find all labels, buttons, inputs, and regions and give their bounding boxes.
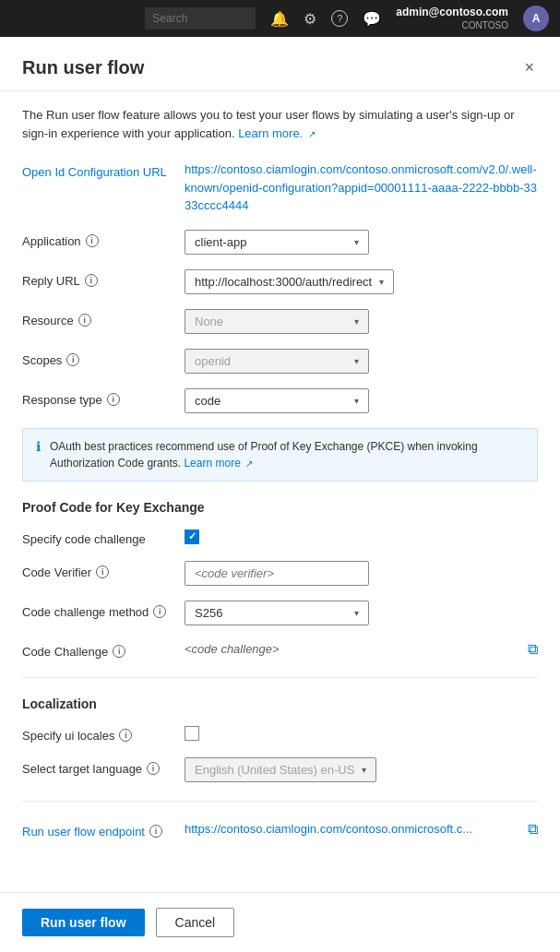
run-endpoint-row: Run user flow endpoint i https://contoso… xyxy=(22,820,538,839)
select-target-language-dropdown[interactable]: English (United States) en-US ▾ xyxy=(185,757,376,782)
scopes-row: Scopes i openid ▾ xyxy=(22,349,538,374)
gear-icon[interactable]: ⚙ xyxy=(304,10,316,28)
learn-more-link-description[interactable]: Learn more. ↗ xyxy=(238,126,316,140)
close-button[interactable]: × xyxy=(520,55,538,79)
code-challenge-label: Code Challenge i xyxy=(22,640,170,659)
panel-title: Run user flow xyxy=(22,57,144,78)
application-info-icon[interactable]: i xyxy=(86,234,99,247)
select-target-language-row: Select target language i English (United… xyxy=(22,757,538,782)
application-row: Application i client-app ▾ xyxy=(22,230,538,255)
application-dropdown[interactable]: client-app ▾ xyxy=(185,230,369,255)
panel-footer: Run user flow Cancel xyxy=(0,892,560,952)
code-challenge-method-dropdown[interactable]: S256 ▾ xyxy=(185,601,369,625)
pkce-section-title: Proof Code for Key Exchange xyxy=(22,500,538,515)
scopes-label: Scopes i xyxy=(22,349,170,367)
reply-url-chevron-icon: ▾ xyxy=(379,277,384,287)
scopes-info-icon[interactable]: i xyxy=(66,353,79,366)
response-type-dropdown[interactable]: code ▾ xyxy=(185,388,369,413)
reply-url-info-icon[interactable]: i xyxy=(85,274,98,287)
resource-row: Resource i None ▾ xyxy=(22,309,538,334)
run-user-flow-panel: Run user flow × The Run user flow featur… xyxy=(0,37,560,952)
specify-code-challenge-row: Specify code challenge xyxy=(22,528,538,546)
select-target-language-chevron-icon: ▾ xyxy=(362,765,366,775)
code-challenge-method-row: Code challenge method i S256 ▾ xyxy=(22,601,538,625)
reply-url-row: Reply URL i http://localhost:3000/auth/r… xyxy=(22,269,538,294)
pkce-info-banner: ℹ OAuth best practices recommend use of … xyxy=(22,428,538,482)
response-type-info-icon[interactable]: i xyxy=(107,393,120,406)
localization-section-title: Localization xyxy=(22,696,538,711)
run-user-flow-button[interactable]: Run user flow xyxy=(22,909,145,936)
specify-code-challenge-checkbox-wrap xyxy=(185,528,203,546)
avatar[interactable]: A xyxy=(523,6,549,31)
code-verifier-info-icon[interactable]: i xyxy=(96,565,109,578)
code-challenge-info-icon[interactable]: i xyxy=(113,645,125,658)
code-verifier-input[interactable] xyxy=(185,561,369,586)
learn-more-link-banner[interactable]: Learn more ↗ xyxy=(184,457,253,470)
code-challenge-row: Code Challenge i <code challenge> ⧉ xyxy=(22,640,538,659)
panel-header: Run user flow × xyxy=(0,37,560,91)
response-type-label: Response type i xyxy=(22,388,170,407)
specify-ui-locales-label: Specify ui locales i xyxy=(22,724,170,743)
code-verifier-label: Code Verifier i xyxy=(22,561,170,579)
info-banner-icon: ℹ xyxy=(36,439,41,454)
application-label: Application i xyxy=(22,230,170,248)
specify-ui-locales-info-icon[interactable]: i xyxy=(119,729,132,742)
divider-2 xyxy=(22,801,538,802)
resource-info-icon[interactable]: i xyxy=(78,314,91,327)
openid-config-label: Open Id Configuration URL xyxy=(22,161,170,179)
panel-body: The Run user flow feature allows you to … xyxy=(0,91,560,927)
description-text: The Run user flow feature allows you to … xyxy=(22,106,538,142)
specify-ui-locales-checkbox[interactable] xyxy=(185,726,199,741)
openid-config-row: Open Id Configuration URL https://contos… xyxy=(22,161,538,215)
reply-url-dropdown[interactable]: http://localhost:3000/auth/redirect ▾ xyxy=(185,269,394,294)
user-info: admin@contoso.com CONTOSO xyxy=(396,6,508,32)
specify-code-challenge-checkbox[interactable] xyxy=(185,530,199,544)
copy-code-challenge-icon[interactable]: ⧉ xyxy=(528,641,538,658)
external-link-icon: ↗ xyxy=(308,129,316,139)
response-type-chevron-icon: ▾ xyxy=(354,396,359,406)
code-verifier-row: Code Verifier i xyxy=(22,561,538,586)
user-email: admin@contoso.com xyxy=(396,6,508,20)
divider xyxy=(22,677,538,678)
select-target-language-info-icon[interactable]: i xyxy=(147,762,160,775)
topbar-search-input[interactable] xyxy=(145,7,256,30)
code-challenge-method-info-icon[interactable]: i xyxy=(153,605,166,618)
resource-label: Resource i xyxy=(22,309,170,327)
specify-code-challenge-label: Specify code challenge xyxy=(22,528,170,546)
specify-ui-locales-checkbox-wrap xyxy=(185,724,203,743)
bell-icon[interactable]: 🔔 xyxy=(270,10,289,28)
code-challenge-value: <code challenge> xyxy=(185,642,520,656)
resource-dropdown[interactable]: None ▾ xyxy=(185,309,369,334)
run-endpoint-info-icon[interactable]: i xyxy=(149,825,162,838)
code-challenge-method-label: Code challenge method i xyxy=(22,601,170,619)
code-challenge-method-chevron-icon: ▾ xyxy=(354,608,359,618)
response-type-row: Response type i code ▾ xyxy=(22,388,538,413)
specify-ui-locales-row: Specify ui locales i xyxy=(22,724,538,743)
resource-chevron-icon: ▾ xyxy=(354,316,359,327)
feedback-icon[interactable]: 💬 xyxy=(363,10,381,28)
openid-config-url[interactable]: https://contoso.ciamlogin.com/contoso.on… xyxy=(185,161,538,215)
select-target-language-label: Select target language i xyxy=(22,757,170,776)
scopes-chevron-icon: ▾ xyxy=(354,356,359,366)
application-chevron-icon: ▾ xyxy=(354,237,359,247)
run-endpoint-value[interactable]: https://contoso.ciamlogin.com/contoso.on… xyxy=(185,822,520,836)
cancel-button[interactable]: Cancel xyxy=(156,908,235,937)
help-icon[interactable]: ? xyxy=(331,10,348,27)
copy-endpoint-icon[interactable]: ⧉ xyxy=(528,821,538,838)
run-endpoint-label: Run user flow endpoint i xyxy=(22,820,170,839)
user-tenant: CONTOSO xyxy=(396,19,508,31)
scopes-dropdown[interactable]: openid ▾ xyxy=(185,349,369,374)
banner-external-link-icon: ↗ xyxy=(245,458,253,469)
topbar: 🔔 ⚙ ? 💬 admin@contoso.com CONTOSO A xyxy=(0,0,560,37)
info-banner-text: OAuth best practices recommend use of Pr… xyxy=(50,438,524,471)
reply-url-label: Reply URL i xyxy=(22,269,170,288)
